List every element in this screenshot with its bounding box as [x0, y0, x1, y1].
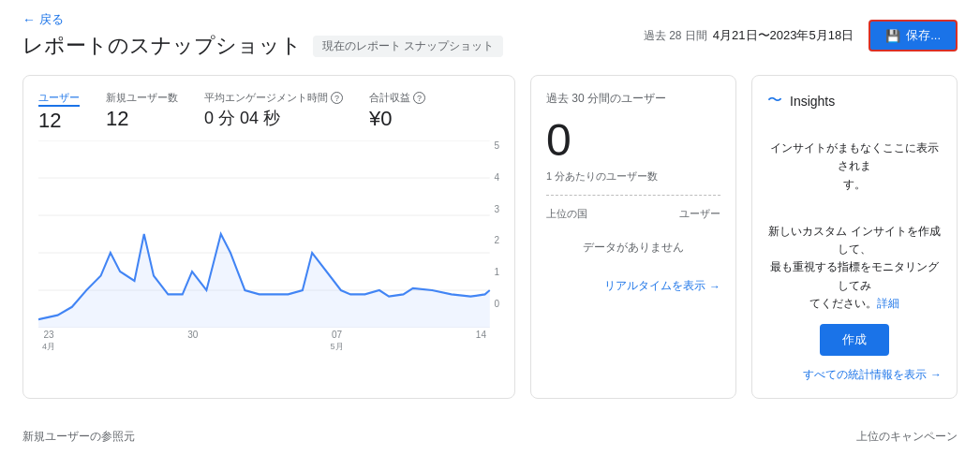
col-users: ユーザー — [679, 207, 720, 221]
x-axis: 234月 30 075月 14 — [38, 328, 499, 352]
metric-users: ユーザー 12 — [38, 91, 80, 133]
realtime-table-header: 上位の国 ユーザー — [546, 203, 720, 225]
back-label: 戻る — [39, 11, 64, 28]
y-label-1: 1 — [486, 267, 499, 277]
metric-revenue-value: ¥0 — [369, 107, 425, 131]
realtime-sub: 1 分あたりのユーザー数 — [546, 169, 720, 184]
metric-revenue-label: 合計収益 — [369, 91, 410, 105]
save-label: 保存... — [906, 27, 941, 44]
stats-arrow: → — [930, 368, 942, 381]
metric-users-label: ユーザー — [38, 91, 80, 107]
y-label-4: 4 — [486, 172, 499, 183]
insights-body1: インサイトがまもなくここに表示されま す。 — [767, 122, 942, 194]
date-value: 4月21日〜2023年5月18日 — [713, 27, 854, 44]
metric-users-value: 12 — [38, 109, 80, 133]
metric-new-users-label: 新規ユーザー数 — [106, 91, 178, 105]
page-title-row: レポートのスナップショット 現在のレポート スナップショット — [22, 32, 503, 60]
x-label-4: 14 — [476, 330, 486, 352]
header-left: ← 戻る レポートのスナップショット 現在のレポート スナップショット — [22, 11, 503, 60]
y-label-2: 2 — [486, 235, 499, 245]
bottom-bar: 新規ユーザーの参照元 上位のキャンペーン — [0, 414, 980, 445]
y-axis: 5 4 3 2 1 0 — [486, 140, 499, 309]
insights-sub-text: 新しいカスタム インサイトを作成して、最も重視する指標をモニタリングしてみてくだ… — [768, 225, 940, 310]
insights-icon: 〜 — [767, 91, 782, 110]
divider — [546, 195, 720, 196]
back-link[interactable]: ← 戻る — [22, 11, 503, 28]
page-title: レポートのスナップショット — [22, 32, 302, 60]
insights-body1-text: インサイトがまもなくここに表示されま す。 — [770, 141, 939, 190]
stats-link[interactable]: すべての統計情報を表示 → — [767, 367, 942, 383]
bottom-left-link[interactable]: 新規ユーザーの参照元 — [22, 429, 135, 445]
metric-new-users: 新規ユーザー数 12 — [106, 91, 178, 131]
revenue-info-icon[interactable]: ? — [413, 92, 425, 104]
x-label-1: 234月 — [42, 330, 55, 352]
y-label-0: 0 — [486, 299, 499, 309]
svg-marker-6 — [38, 234, 490, 328]
line-chart — [38, 140, 499, 328]
insights-body2: 新しいカスタム インサイトを作成して、最も重視する指標をモニタリングしてみてくだ… — [767, 205, 942, 313]
date-range: 過去 28 日間 4月21日〜2023年5月18日 — [644, 27, 854, 44]
bottom-right-link[interactable]: 上位のキャンペーン — [856, 429, 958, 445]
snapshot-badge[interactable]: 現在のレポート スナップショット — [313, 36, 503, 57]
no-data-message: データがありません — [546, 225, 720, 271]
metric-engagement-label: 平均エンゲージメント時間 — [204, 91, 328, 105]
page-header: ← 戻る レポートのスナップショット 現在のレポート スナップショット 過去 2… — [0, 0, 980, 60]
save-icon: 💾 — [885, 29, 900, 43]
metric-engagement: 平均エンゲージメント時間 ? 0 分 04 秒 — [204, 91, 343, 129]
chart-area: 5 4 3 2 1 0 — [38, 140, 499, 328]
realtime-panel: 過去 30 分間のユーザー 0 1 分あたりのユーザー数 上位の国 ユーザー デ… — [530, 75, 736, 399]
x-label-2: 30 — [187, 330, 198, 352]
y-label-5: 5 — [486, 140, 499, 151]
header-right: 過去 28 日間 4月21日〜2023年5月18日 💾 保存... — [644, 20, 958, 51]
realtime-count: 0 — [546, 114, 720, 166]
engagement-info-icon[interactable]: ? — [331, 92, 343, 104]
main-chart-panel: ユーザー 12 新規ユーザー数 12 平均エンゲージメント時間 ? 0 分 04… — [22, 75, 515, 399]
metrics-row: ユーザー 12 新規ユーザー数 12 平均エンゲージメント時間 ? 0 分 04… — [38, 91, 499, 133]
insights-panel: 〜 Insights インサイトがまもなくここに表示されま す。 新しいカスタム… — [751, 75, 958, 399]
x-label-3: 075月 — [331, 330, 344, 352]
main-content: ユーザー 12 新規ユーザー数 12 平均エンゲージメント時間 ? 0 分 04… — [0, 60, 980, 399]
create-button[interactable]: 作成 — [820, 324, 889, 356]
y-label-3: 3 — [486, 204, 499, 214]
back-arrow-icon: ← — [22, 12, 36, 27]
realtime-link[interactable]: リアルタイムを表示 → — [546, 278, 720, 294]
col-country: 上位の国 — [546, 207, 587, 221]
date-prefix: 過去 28 日間 — [644, 28, 707, 44]
insights-header: 〜 Insights — [767, 91, 942, 110]
insights-title: Insights — [790, 94, 835, 109]
detail-link[interactable]: 詳細 — [877, 297, 899, 310]
metric-new-users-value: 12 — [106, 107, 178, 131]
realtime-link-arrow: → — [709, 280, 720, 293]
save-button[interactable]: 💾 保存... — [869, 20, 958, 51]
metric-engagement-value: 0 分 04 秒 — [204, 107, 343, 129]
metric-revenue: 合計収益 ? ¥0 — [369, 91, 425, 131]
realtime-title: 過去 30 分間のユーザー — [546, 91, 720, 107]
stats-label: すべての統計情報を表示 — [803, 367, 927, 383]
realtime-link-label: リアルタイムを表示 — [604, 278, 705, 294]
